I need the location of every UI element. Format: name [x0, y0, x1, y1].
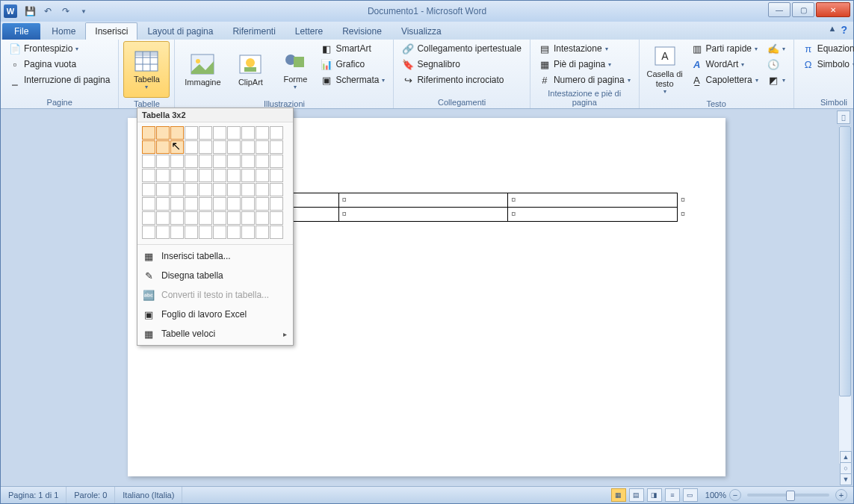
grid-cell[interactable] — [142, 225, 155, 239]
crossref-button[interactable]: ↪Riferimento incrociato — [398, 72, 525, 87]
grid-cell[interactable] — [156, 197, 170, 211]
grid-cell[interactable] — [241, 169, 255, 182]
grid-cell[interactable] — [227, 225, 241, 239]
prev-page-button[interactable]: ▲ — [840, 451, 852, 463]
next-page-button[interactable]: ▼ — [840, 473, 852, 485]
grid-cell[interactable] — [185, 155, 198, 168]
save-button[interactable]: 💾 — [22, 3, 38, 19]
grid-cell[interactable] — [256, 225, 269, 239]
grid-cell[interactable] — [270, 225, 283, 239]
grid-cell[interactable] — [156, 183, 170, 196]
maximize-button[interactable]: ▢ — [792, 2, 814, 17]
grid-cell[interactable] — [227, 197, 241, 211]
tab-revisione[interactable]: Revisione — [332, 22, 392, 40]
pagina-vuota-button[interactable]: ▫Pagina vuota — [5, 57, 114, 72]
datetime-button[interactable]: 🕓 — [764, 57, 789, 72]
grid-cell[interactable] — [185, 183, 198, 196]
grid-cell[interactable] — [270, 126, 283, 140]
status-page[interactable]: Pagina: 1 di 1 — [1, 487, 66, 503]
tab-layout[interactable]: Layout di pagina — [137, 22, 223, 40]
qat-customize[interactable]: ▼ — [75, 3, 92, 19]
table-cell[interactable]: ¤ — [338, 208, 508, 222]
bookmark-button[interactable]: 🔖Segnalibro — [398, 57, 525, 72]
grid-cell[interactable] — [170, 155, 184, 168]
zoom-level[interactable]: 100% — [705, 491, 726, 500]
schermata-button[interactable]: ▣Schermata▾ — [317, 72, 389, 87]
grid-cell[interactable] — [185, 211, 198, 225]
minimize-button[interactable]: — — [768, 2, 790, 17]
tab-inserisci[interactable]: Inserisci — [85, 22, 137, 40]
grid-cell[interactable] — [270, 140, 283, 154]
grid-cell[interactable] — [213, 225, 226, 239]
grid-cell[interactable] — [142, 183, 155, 196]
table-cell[interactable]: ¤ — [508, 193, 678, 208]
grid-cell[interactable] — [199, 197, 212, 211]
grid-cell[interactable] — [241, 183, 255, 196]
tabella-button[interactable]: Tabella ▾ — [123, 41, 170, 98]
grid-cell[interactable] — [170, 197, 184, 211]
immagine-button[interactable]: Immagine — [179, 41, 226, 98]
zoom-out-button[interactable]: − — [729, 489, 741, 501]
grid-cell[interactable] — [241, 155, 255, 168]
view-outline[interactable]: ≡ — [665, 488, 680, 502]
grid-cell[interactable] — [170, 225, 184, 239]
ribbon-minimize-icon[interactable]: ▲ — [829, 24, 837, 36]
frontespizio-button[interactable]: 📄Frontespizio▾ — [5, 41, 114, 56]
grid-cell[interactable] — [170, 169, 184, 182]
grid-cell[interactable] — [185, 169, 198, 182]
browse-object-button[interactable]: ○ — [840, 462, 852, 474]
grid-cell[interactable] — [256, 211, 269, 225]
grid-cell[interactable] — [227, 169, 241, 182]
grid-cell[interactable] — [199, 126, 212, 140]
grid-cell[interactable] — [256, 169, 269, 182]
dropcap-button[interactable]: A̲Capolettera▾ — [687, 72, 762, 87]
grid-cell[interactable] — [185, 126, 198, 140]
view-web[interactable]: ◨ — [647, 488, 662, 502]
zoom-in-button[interactable]: + — [835, 489, 847, 501]
grid-cell[interactable] — [156, 169, 170, 182]
zoom-slider[interactable] — [747, 494, 829, 497]
grid-cell[interactable] — [185, 140, 198, 154]
grid-cell[interactable] — [170, 211, 184, 225]
tab-lettere[interactable]: Lettere — [285, 22, 332, 40]
grid-cell[interactable] — [227, 211, 241, 225]
tab-riferimenti[interactable]: Riferimenti — [223, 22, 285, 40]
grid-cell[interactable] — [213, 155, 226, 168]
interruzione-button[interactable]: ⎯Interruzione di pagina — [5, 72, 114, 87]
grid-cell[interactable] — [241, 225, 255, 239]
view-print-layout[interactable]: ▦ — [611, 488, 626, 502]
grid-cell[interactable] — [199, 225, 212, 239]
grid-cell[interactable] — [185, 225, 198, 239]
table-cell[interactable]: ¤ — [338, 193, 508, 208]
grid-cell[interactable] — [156, 225, 170, 239]
grid-cell[interactable] — [142, 197, 155, 211]
vertical-scrollbar[interactable] — [838, 125, 852, 464]
help-icon[interactable]: ? — [841, 24, 847, 36]
grid-cell[interactable] — [241, 140, 255, 154]
grid-cell[interactable] — [156, 155, 170, 168]
grid-cell[interactable] — [227, 155, 241, 168]
grid-cell[interactable] — [142, 169, 155, 182]
scroll-thumb[interactable] — [839, 126, 851, 396]
grid-cell[interactable] — [170, 126, 184, 140]
symbol-button[interactable]: ΩSimbolo▾ — [799, 57, 854, 72]
grid-cell[interactable] — [156, 126, 170, 140]
pagenum-button[interactable]: #Numero di pagina▾ — [535, 72, 634, 87]
forme-button[interactable]: Forme▾ — [275, 41, 315, 98]
grid-cell[interactable] — [199, 169, 212, 182]
grid-cell[interactable] — [270, 211, 283, 225]
menu-item[interactable]: ✎Disegna tabella — [137, 266, 293, 285]
grid-cell[interactable] — [241, 126, 255, 140]
menu-item[interactable]: ▦Inserisci tabella... — [137, 246, 293, 266]
grid-cell[interactable] — [199, 140, 212, 154]
grid-cell[interactable] — [256, 197, 269, 211]
table-size-grid[interactable] — [137, 122, 293, 244]
grid-cell[interactable] — [227, 140, 241, 154]
grid-cell[interactable] — [142, 140, 155, 154]
grid-cell[interactable] — [256, 183, 269, 196]
grid-cell[interactable] — [270, 183, 283, 196]
grid-cell[interactable] — [156, 211, 170, 225]
smartart-button[interactable]: ◧SmartArt — [317, 41, 389, 56]
grid-cell[interactable] — [270, 197, 283, 211]
grid-cell[interactable] — [199, 183, 212, 196]
